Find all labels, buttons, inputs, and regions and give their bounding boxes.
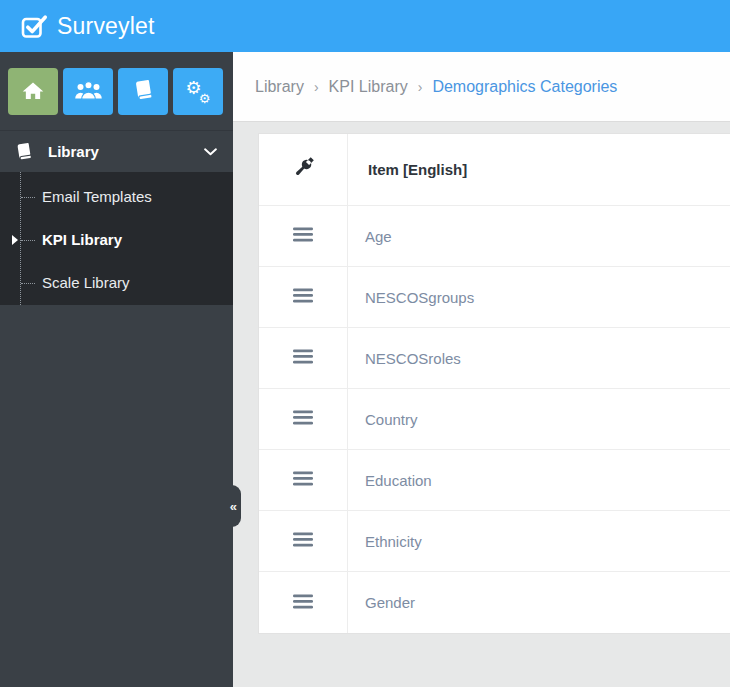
item-link[interactable]: Ethnicity	[365, 533, 422, 550]
row-menu-button[interactable]	[291, 469, 315, 491]
tree-connector	[21, 283, 35, 284]
actions-column-header	[259, 134, 348, 205]
sidebar-item-library[interactable]: Library	[0, 130, 233, 172]
row-menu-button[interactable]	[291, 408, 315, 430]
item-link[interactable]: NESCOSroles	[365, 350, 461, 367]
content-area: Library › KPI Library › Demographics Cat…	[233, 52, 730, 687]
item-link[interactable]: NESCOSgroups	[365, 289, 474, 306]
breadcrumb-current-page: Demographics Categories	[432, 78, 617, 96]
table-row: Country	[259, 389, 730, 450]
users-icon	[75, 80, 102, 103]
home-icon	[22, 81, 44, 103]
book-icon	[133, 79, 154, 104]
row-menu-button[interactable]	[291, 592, 315, 614]
item-cell: Education	[348, 450, 730, 510]
sidebar-item-label: Email Templates	[42, 188, 152, 205]
hamburger-menu-icon	[293, 349, 313, 367]
settings-button[interactable]: ⚙⚙	[173, 68, 223, 115]
row-actions-cell	[259, 511, 348, 571]
check-square-icon	[21, 14, 47, 39]
gears-icon: ⚙⚙	[186, 80, 211, 103]
row-menu-button[interactable]	[291, 225, 315, 247]
item-link[interactable]: Education	[365, 472, 432, 489]
hamburger-menu-icon	[293, 532, 313, 550]
item-cell: NESCOSgroups	[348, 267, 730, 327]
hamburger-menu-icon	[293, 594, 313, 612]
sidebar-library-label: Library	[48, 143, 99, 160]
users-button[interactable]	[63, 68, 113, 115]
item-cell: Ethnicity	[348, 511, 730, 571]
chevron-down-icon	[204, 148, 217, 156]
table-row: NESCOSroles	[259, 328, 730, 389]
sidebar-item-scale-library[interactable]: Scale Library	[0, 261, 233, 304]
table-row: NESCOSgroups	[259, 267, 730, 328]
table-row: Gender	[259, 572, 730, 633]
main-shell: ⚙⚙ Library	[0, 52, 730, 687]
app-title: Surveylet	[57, 13, 155, 40]
book-icon	[15, 142, 33, 161]
row-menu-button[interactable]	[291, 530, 315, 552]
table-row: Age	[259, 206, 730, 267]
row-actions-cell	[259, 267, 348, 327]
sidebar-item-label: KPI Library	[42, 231, 122, 248]
caret-right-icon	[12, 235, 18, 245]
library-submenu: Email Templates KPI Library Scale Librar…	[0, 172, 233, 305]
home-button[interactable]	[8, 68, 58, 115]
sidebar: ⚙⚙ Library	[0, 52, 233, 687]
hamburger-menu-icon	[293, 227, 313, 245]
row-menu-button[interactable]	[291, 286, 315, 308]
table-header-row: Item [English]	[259, 134, 730, 206]
item-column-header: Item [English]	[348, 134, 730, 205]
breadcrumb-separator: ›	[314, 79, 319, 95]
tree-connector	[21, 240, 35, 241]
breadcrumb-kpi-library[interactable]: KPI Library	[329, 78, 408, 96]
row-actions-cell	[259, 328, 348, 388]
library-button[interactable]	[118, 68, 168, 115]
table-row: Education	[259, 450, 730, 511]
tree-connector	[21, 197, 35, 198]
item-cell: Age	[348, 206, 730, 266]
row-actions-cell	[259, 206, 348, 266]
row-actions-cell	[259, 389, 348, 449]
sidebar-item-email-templates[interactable]: Email Templates	[0, 175, 233, 218]
sidebar-item-kpi-library[interactable]: KPI Library	[0, 218, 233, 261]
item-cell: Country	[348, 389, 730, 449]
row-menu-button[interactable]	[291, 347, 315, 369]
sidebar-item-label: Scale Library	[42, 274, 130, 291]
app-window: Surveylet	[0, 0, 730, 687]
item-link[interactable]: Country	[365, 411, 418, 428]
breadcrumb-library[interactable]: Library	[255, 78, 304, 96]
sidebar-collapse-button[interactable]: «	[224, 485, 241, 527]
item-cell: NESCOSroles	[348, 328, 730, 388]
item-link[interactable]: Gender	[365, 594, 415, 611]
collapse-left-icon: «	[230, 499, 237, 514]
brand-logo[interactable]: Surveylet	[21, 13, 155, 40]
item-link[interactable]: Age	[365, 228, 392, 245]
breadcrumb: Library › KPI Library › Demographics Cat…	[233, 52, 730, 122]
hamburger-menu-icon	[293, 288, 313, 306]
row-actions-cell	[259, 450, 348, 510]
table-row: Ethnicity	[259, 511, 730, 572]
kpi-categories-table: Item [English]	[258, 133, 730, 634]
breadcrumb-separator: ›	[418, 79, 423, 95]
hamburger-menu-icon	[293, 471, 313, 489]
item-cell: Gender	[348, 572, 730, 633]
sidebar-toolbar: ⚙⚙	[0, 52, 233, 115]
top-header: Surveylet	[0, 0, 730, 52]
wrench-icon	[293, 157, 314, 182]
hamburger-menu-icon	[293, 410, 313, 428]
row-actions-cell	[259, 572, 348, 633]
